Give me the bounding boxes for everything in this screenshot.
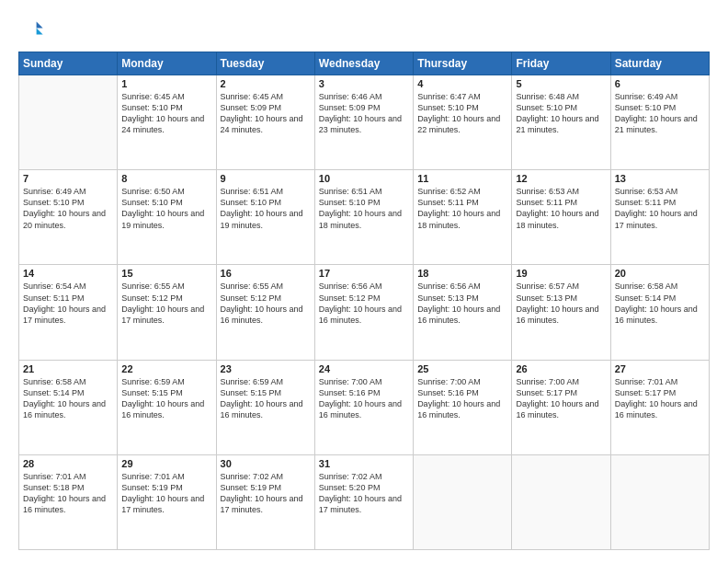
day-number: 26 <box>516 363 606 374</box>
calendar-cell: 25Sunrise: 7:00 AM Sunset: 5:16 PM Dayli… <box>414 360 512 454</box>
svg-marker-1 <box>37 29 43 35</box>
calendar-cell: 18Sunrise: 6:56 AM Sunset: 5:13 PM Dayli… <box>414 265 512 360</box>
calendar-cell: 5Sunrise: 6:48 AM Sunset: 5:10 PM Daylig… <box>512 75 610 170</box>
day-number: 7 <box>23 173 113 184</box>
day-info: Sunrise: 7:00 AM Sunset: 5:17 PM Dayligh… <box>516 376 606 421</box>
day-number: 17 <box>319 268 409 279</box>
day-number: 30 <box>221 458 311 469</box>
day-info: Sunrise: 6:56 AM Sunset: 5:13 PM Dayligh… <box>417 281 507 326</box>
day-info: Sunrise: 7:02 AM Sunset: 5:20 PM Dayligh… <box>319 471 409 516</box>
calendar-cell: 3Sunrise: 6:46 AM Sunset: 5:09 PM Daylig… <box>314 75 413 170</box>
calendar-header-friday: Friday <box>512 52 610 75</box>
logo <box>18 17 49 42</box>
day-info: Sunrise: 6:53 AM Sunset: 5:11 PM Dayligh… <box>615 186 705 231</box>
calendar-week-2: 14Sunrise: 6:54 AM Sunset: 5:11 PM Dayli… <box>19 265 710 360</box>
day-number: 28 <box>23 458 113 469</box>
day-number: 24 <box>319 363 409 374</box>
day-info: Sunrise: 7:00 AM Sunset: 5:16 PM Dayligh… <box>417 376 507 421</box>
day-number: 29 <box>121 458 211 469</box>
day-info: Sunrise: 7:01 AM Sunset: 5:17 PM Dayligh… <box>615 376 705 421</box>
calendar-week-3: 21Sunrise: 6:58 AM Sunset: 5:14 PM Dayli… <box>19 360 710 454</box>
calendar-cell: 7Sunrise: 6:49 AM Sunset: 5:10 PM Daylig… <box>19 170 118 265</box>
svg-marker-0 <box>37 22 43 29</box>
calendar-table: SundayMondayTuesdayWednesdayThursdayFrid… <box>18 52 710 550</box>
day-number: 4 <box>417 78 507 89</box>
calendar-header-sunday: Sunday <box>19 52 118 75</box>
day-number: 9 <box>221 173 311 184</box>
calendar-cell: 16Sunrise: 6:55 AM Sunset: 5:12 PM Dayli… <box>216 265 314 360</box>
day-number: 10 <box>319 173 409 184</box>
day-number: 31 <box>319 458 409 469</box>
day-info: Sunrise: 6:55 AM Sunset: 5:12 PM Dayligh… <box>121 281 211 326</box>
day-info: Sunrise: 6:58 AM Sunset: 5:14 PM Dayligh… <box>615 281 705 326</box>
calendar-header-monday: Monday <box>118 52 216 75</box>
calendar-header-tuesday: Tuesday <box>216 52 314 75</box>
day-info: Sunrise: 6:46 AM Sunset: 5:09 PM Dayligh… <box>319 91 409 136</box>
calendar-cell: 22Sunrise: 6:59 AM Sunset: 5:15 PM Dayli… <box>118 360 216 454</box>
calendar-cell: 4Sunrise: 6:47 AM Sunset: 5:10 PM Daylig… <box>414 75 512 170</box>
day-number: 27 <box>615 363 705 374</box>
day-info: Sunrise: 6:53 AM Sunset: 5:11 PM Dayligh… <box>516 186 606 231</box>
calendar-cell: 30Sunrise: 7:02 AM Sunset: 5:19 PM Dayli… <box>216 454 314 549</box>
calendar-cell <box>512 454 610 549</box>
day-info: Sunrise: 6:48 AM Sunset: 5:10 PM Dayligh… <box>516 91 606 136</box>
day-info: Sunrise: 7:01 AM Sunset: 5:18 PM Dayligh… <box>23 471 113 516</box>
day-number: 6 <box>615 78 705 89</box>
calendar-cell: 28Sunrise: 7:01 AM Sunset: 5:18 PM Dayli… <box>19 454 118 549</box>
day-number: 1 <box>121 78 211 89</box>
page: SundayMondayTuesdayWednesdayThursdayFrid… <box>0 0 728 563</box>
day-number: 23 <box>221 363 311 374</box>
calendar-header-row: SundayMondayTuesdayWednesdayThursdayFrid… <box>19 52 710 75</box>
day-info: Sunrise: 6:47 AM Sunset: 5:10 PM Dayligh… <box>417 91 507 136</box>
calendar-cell: 19Sunrise: 6:57 AM Sunset: 5:13 PM Dayli… <box>512 265 610 360</box>
calendar-cell: 31Sunrise: 7:02 AM Sunset: 5:20 PM Dayli… <box>314 454 413 549</box>
day-info: Sunrise: 6:56 AM Sunset: 5:12 PM Dayligh… <box>319 281 409 326</box>
calendar-cell <box>414 454 512 549</box>
day-info: Sunrise: 6:57 AM Sunset: 5:13 PM Dayligh… <box>516 281 606 326</box>
day-number: 12 <box>516 173 606 184</box>
day-info: Sunrise: 6:59 AM Sunset: 5:15 PM Dayligh… <box>121 376 211 421</box>
day-number: 11 <box>417 173 507 184</box>
day-info: Sunrise: 6:51 AM Sunset: 5:10 PM Dayligh… <box>221 186 311 231</box>
calendar-cell: 29Sunrise: 7:01 AM Sunset: 5:19 PM Dayli… <box>118 454 216 549</box>
day-info: Sunrise: 6:45 AM Sunset: 5:09 PM Dayligh… <box>221 91 311 136</box>
day-info: Sunrise: 7:00 AM Sunset: 5:16 PM Dayligh… <box>319 376 409 421</box>
calendar-header-saturday: Saturday <box>610 52 709 75</box>
day-number: 15 <box>121 268 211 279</box>
day-number: 19 <box>516 268 606 279</box>
logo-icon <box>18 17 44 42</box>
calendar-week-1: 7Sunrise: 6:49 AM Sunset: 5:10 PM Daylig… <box>19 170 710 265</box>
calendar-cell: 20Sunrise: 6:58 AM Sunset: 5:14 PM Dayli… <box>610 265 709 360</box>
day-number: 21 <box>23 363 113 374</box>
day-number: 3 <box>319 78 409 89</box>
day-info: Sunrise: 6:59 AM Sunset: 5:15 PM Dayligh… <box>221 376 311 421</box>
calendar-cell: 23Sunrise: 6:59 AM Sunset: 5:15 PM Dayli… <box>216 360 314 454</box>
calendar-cell: 11Sunrise: 6:52 AM Sunset: 5:11 PM Dayli… <box>414 170 512 265</box>
calendar-week-0: 1Sunrise: 6:45 AM Sunset: 5:10 PM Daylig… <box>19 75 710 170</box>
calendar-cell <box>19 75 118 170</box>
day-info: Sunrise: 6:58 AM Sunset: 5:14 PM Dayligh… <box>23 376 113 421</box>
calendar-cell: 14Sunrise: 6:54 AM Sunset: 5:11 PM Dayli… <box>19 265 118 360</box>
day-info: Sunrise: 6:45 AM Sunset: 5:10 PM Dayligh… <box>121 91 211 136</box>
day-number: 22 <box>121 363 211 374</box>
calendar-cell: 24Sunrise: 7:00 AM Sunset: 5:16 PM Dayli… <box>314 360 413 454</box>
calendar-cell: 21Sunrise: 6:58 AM Sunset: 5:14 PM Dayli… <box>19 360 118 454</box>
day-number: 18 <box>417 268 507 279</box>
calendar-cell: 17Sunrise: 6:56 AM Sunset: 5:12 PM Dayli… <box>314 265 413 360</box>
calendar-header-thursday: Thursday <box>414 52 512 75</box>
day-info: Sunrise: 6:54 AM Sunset: 5:11 PM Dayligh… <box>23 281 113 326</box>
day-number: 25 <box>417 363 507 374</box>
calendar-cell: 15Sunrise: 6:55 AM Sunset: 5:12 PM Dayli… <box>118 265 216 360</box>
day-number: 13 <box>615 173 705 184</box>
day-number: 2 <box>221 78 311 89</box>
calendar-header-wednesday: Wednesday <box>314 52 413 75</box>
calendar-cell: 27Sunrise: 7:01 AM Sunset: 5:17 PM Dayli… <box>610 360 709 454</box>
day-info: Sunrise: 6:51 AM Sunset: 5:10 PM Dayligh… <box>319 186 409 231</box>
day-info: Sunrise: 6:49 AM Sunset: 5:10 PM Dayligh… <box>23 186 113 231</box>
header <box>18 17 710 42</box>
day-number: 20 <box>615 268 705 279</box>
calendar-cell: 12Sunrise: 6:53 AM Sunset: 5:11 PM Dayli… <box>512 170 610 265</box>
calendar-cell: 26Sunrise: 7:00 AM Sunset: 5:17 PM Dayli… <box>512 360 610 454</box>
day-info: Sunrise: 6:49 AM Sunset: 5:10 PM Dayligh… <box>615 91 705 136</box>
day-info: Sunrise: 6:50 AM Sunset: 5:10 PM Dayligh… <box>121 186 211 231</box>
